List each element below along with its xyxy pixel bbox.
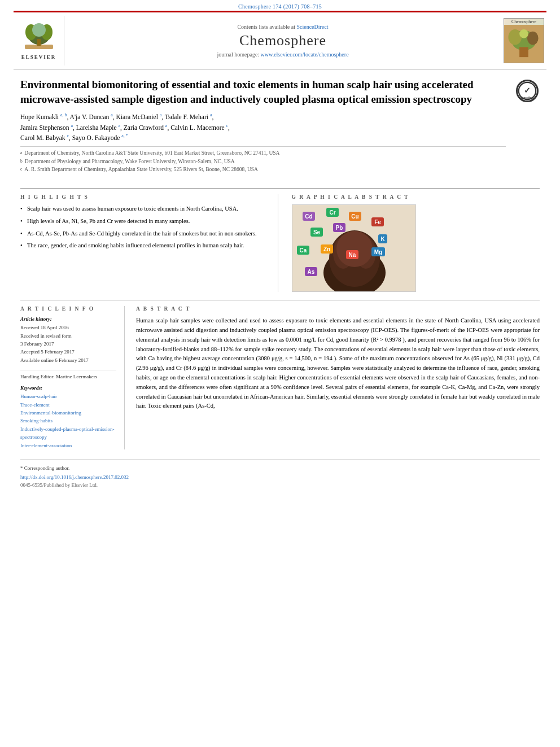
svg-text:CrossMark: CrossMark	[520, 97, 534, 99]
history-revised-label: Received in revised form	[20, 332, 116, 340]
sup-a3: a	[160, 112, 162, 117]
svg-text:Se: Se	[313, 229, 320, 235]
affiliations: a Department of Chemistry, North Carolin…	[20, 146, 506, 173]
crossmark-badge[interactable]: ✓ CrossMark	[515, 78, 540, 103]
svg-text:Mg: Mg	[374, 249, 382, 255]
affil-row-b: b Department of Physiology and Pharmacol…	[20, 158, 506, 165]
highlights-column: H I G H L I G H T S Scalp hair was used …	[20, 194, 278, 292]
footnote-section: * Corresponding author. http://dx.doi.or…	[20, 460, 540, 488]
svg-point-4	[32, 23, 46, 37]
keyword-5: Inductively-coupled-plasma-optical-emiss…	[20, 425, 116, 442]
svg-point-11	[519, 29, 528, 38]
elsevier-logo-section: ELSEVIER	[14, 16, 64, 65]
contents-line: Contents lists available at ScienceDirec…	[237, 24, 328, 30]
svg-rect-5	[37, 39, 41, 46]
elsevier-tree-icon	[22, 22, 56, 53]
handling-editor: Handling Editor: Martine Leermakers	[20, 370, 116, 379]
graphical-abstract-svg: Cd Cr Cu Fe Se Pb K Ca	[292, 205, 416, 292]
sup-c: c	[226, 123, 229, 128]
crossmark-icon: ✓ CrossMark	[516, 80, 539, 102]
affil-row-c: c A. R. Smith Department of Chemistry, A…	[20, 165, 506, 173]
keywords-title: Keywords:	[20, 385, 116, 391]
svg-point-8	[508, 29, 522, 45]
issn-note: 0045-6535/Published by Elsevier Ltd.	[20, 482, 540, 488]
keyword-3: Environmental-biomonitoring	[20, 409, 116, 417]
sup-a: a, b	[60, 112, 67, 117]
article-history: Article history: Received 18 April 2016 …	[20, 316, 116, 364]
authors-line: Hope Kumakli a, b, A'ja V. Duncan a, Kia…	[20, 112, 506, 143]
article-info-abstract-section: A R T I C L E I N F O Article history: R…	[20, 300, 540, 449]
graphical-abstract-heading: G R A P H I C A L A B S T R A C T	[292, 194, 540, 200]
sciencedirect-link[interactable]: ScienceDirect	[296, 24, 328, 30]
handling-editor-label: Handling Editor:	[20, 374, 55, 379]
journal-cover-thumb: Chemosphere	[504, 18, 544, 63]
article-history-title: Article history:	[20, 316, 116, 322]
homepage-url[interactable]: www.elsevier.com/locate/chemosphere	[261, 51, 349, 58]
keyword-1: Human-scalp-hair	[20, 392, 116, 400]
svg-text:Pb: Pb	[335, 225, 343, 231]
handling-editor-name: Martine Leermakers	[56, 374, 97, 379]
article-info-column: A R T I C L E I N F O Article history: R…	[20, 306, 125, 449]
svg-text:Cd: Cd	[305, 213, 312, 220]
svg-text:Ca: Ca	[299, 247, 307, 254]
journal-header: ELSEVIER Contents lists available at Sci…	[14, 11, 546, 69]
citation-bar: Chemosphere 174 (2017) 708–715	[0, 0, 560, 11]
svg-text:As: As	[307, 269, 314, 275]
svg-point-9	[527, 32, 539, 45]
doi-link[interactable]: http://dx.doi.org/10.1016/j.chemosphere.…	[20, 474, 540, 480]
thumb-label: Chemosphere	[504, 19, 544, 25]
abstract-column: A B S T R A C T Human scalp hair samples…	[136, 306, 540, 449]
highlight-item-2: High levels of As, Ni, Se, Pb and Cr wer…	[20, 217, 269, 226]
page: Chemosphere 174 (2017) 708–715 ELSEVIER …	[0, 0, 560, 747]
journal-title: Chemosphere	[239, 32, 326, 49]
highlight-item-4: The race, gender, die and smoking habits…	[20, 241, 269, 250]
sup-a6: a	[118, 123, 120, 128]
article-info-heading: A R T I C L E I N F O	[20, 306, 116, 312]
svg-text:Zn: Zn	[323, 246, 330, 252]
graphical-abstract-column: G R A P H I C A L A B S T R A C T Cd	[290, 194, 540, 292]
keywords-section: Keywords: Human-scalp-hair Trace-element…	[20, 385, 116, 449]
svg-point-20	[336, 231, 373, 267]
article-title: Environmental biomonitoring of essential…	[20, 77, 506, 106]
svg-text:Cr: Cr	[329, 209, 335, 216]
affil-text-a: Department of Chemistry, North Carolina …	[24, 149, 279, 157]
contents-text: Contents lists available at	[237, 24, 295, 30]
sup-a8: a, *	[121, 133, 128, 138]
citation-text: Chemosphere 174 (2017) 708–715	[238, 3, 322, 10]
affil-text-b: Department of Physiology and Pharmacolog…	[25, 158, 235, 165]
history-online: Available online 6 February 2017	[20, 356, 116, 364]
keyword-4: Smoking-habits	[20, 417, 116, 425]
svg-text:Cu: Cu	[351, 213, 358, 220]
sup-a2: a	[111, 112, 113, 117]
elsevier-logo: ELSEVIER	[21, 22, 56, 60]
keyword-6: Inter-element-association	[20, 442, 116, 449]
sup-a5: a	[71, 123, 73, 128]
affil-sup-b: b	[20, 158, 23, 165]
toxic-word: toxic	[316, 317, 328, 324]
corresponding-note: * Corresponding author.	[20, 465, 540, 473]
svg-rect-10	[519, 47, 528, 57]
elsevier-label: ELSEVIER	[21, 54, 56, 60]
journal-thumb: Chemosphere	[501, 16, 546, 65]
history-revised-date: 3 February 2017	[20, 340, 116, 348]
affil-sup-a: a	[20, 150, 22, 157]
highlight-item-1: Scalp hair was used to assess human expo…	[20, 204, 269, 213]
sup-a7: a	[165, 123, 168, 128]
journal-header-center: Contents lists available at ScienceDirec…	[64, 16, 501, 65]
homepage-line: journal homepage: www.elsevier.com/locat…	[217, 51, 348, 58]
highlights-graphical-section: H I G H L I G H T S Scalp hair was used …	[20, 188, 540, 292]
article-title-section: Environmental biomonitoring of essential…	[20, 77, 540, 182]
affil-sup-c: c	[20, 166, 22, 173]
highlights-heading: H I G H L I G H T S	[20, 194, 269, 200]
abstract-text: Human scalp hair samples were collected …	[136, 316, 540, 411]
sup-c2: c	[67, 133, 69, 138]
main-content: Environmental biomonitoring of essential…	[0, 69, 560, 496]
abstract-heading: A B S T R A C T	[136, 306, 540, 312]
svg-text:K: K	[380, 236, 385, 242]
affil-row-a: a Department of Chemistry, North Carolin…	[20, 149, 506, 157]
svg-text:Fe: Fe	[374, 219, 381, 225]
graphical-abstract-image: Cd Cr Cu Fe Se Pb K Ca	[292, 204, 416, 292]
article-title-text: Environmental biomonitoring of essential…	[20, 77, 506, 178]
highlight-item-3: As-Cd, As-Se, Pb-As and Se-Cd highly cor…	[20, 229, 269, 238]
cover-image-icon	[504, 25, 544, 63]
